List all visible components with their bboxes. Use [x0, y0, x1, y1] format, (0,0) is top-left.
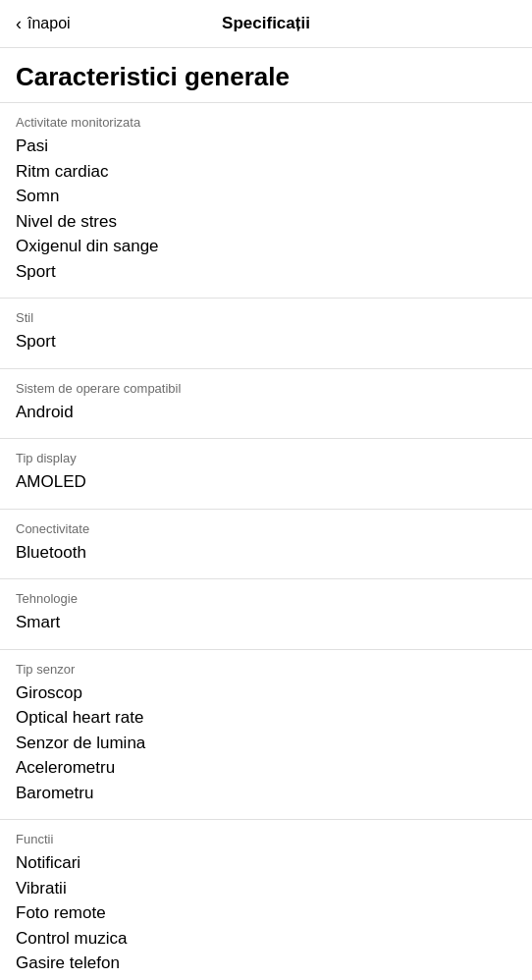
section-functii: FunctiiNotificariVibratiiFoto remoteCont…: [0, 820, 532, 980]
section-value-line: Barometru: [16, 781, 516, 806]
section-value-stil: Sport: [16, 329, 516, 354]
back-chevron-icon: ‹: [16, 15, 22, 32]
section-value-senzor: GiroscopOptical heart rateSenzor de lumi…: [16, 681, 516, 806]
back-button[interactable]: ‹ înapoi: [16, 15, 71, 32]
section-value-tehnologie: Smart: [16, 610, 516, 635]
section-value-activitate: PasiRitm cardiacSomnNivel de stresOxigen…: [16, 134, 516, 284]
section-value-line: Bluetooth: [16, 540, 516, 566]
section-label-senzor: Tip senzor: [16, 662, 516, 677]
section-label-stil: Stil: [16, 310, 516, 325]
section-label-sistem: Sistem de operare compatibil: [16, 381, 516, 396]
section-stil: StilSport: [0, 299, 532, 369]
section-value-conectivitate: Bluetooth: [16, 540, 516, 566]
section-activitate: Activitate monitorizataPasiRitm cardiacS…: [0, 103, 532, 299]
section-value-line: Giroscop: [16, 681, 516, 706]
section-value-line: Foto remote: [16, 900, 516, 926]
section-value-functii: NotificariVibratiiFoto remoteControl muz…: [16, 850, 516, 980]
section-display: Tip displayAMOLED: [0, 439, 532, 510]
section-label-functii: Functii: [16, 832, 516, 846]
section-value-line: Somn: [16, 184, 516, 209]
section-value-line: Optical heart rate: [16, 705, 516, 731]
section-value-line: Notificari: [16, 850, 516, 876]
section-tehnologie: TehnologieSmart: [0, 579, 532, 650]
sections-container: Activitate monitorizataPasiRitm cardiacS…: [0, 103, 532, 980]
section-value-line: Ritm cardiac: [16, 159, 516, 185]
section-value-sistem: Android: [16, 400, 516, 425]
section-value-line: Nivel de stres: [16, 209, 516, 235]
section-value-line: Pasi: [16, 134, 516, 159]
section-value-line: Sport: [16, 329, 516, 354]
section-value-line: Rezistent la apa IP68: [16, 976, 516, 981]
section-value-line: Gasire telefon: [16, 951, 516, 976]
section-value-line: Acelerometru: [16, 755, 516, 781]
nav-title: Specificații: [222, 14, 310, 33]
page-title: Caracteristici generale: [0, 48, 532, 103]
section-value-line: Sport: [16, 259, 516, 285]
section-value-line: Android: [16, 400, 516, 425]
section-label-activitate: Activitate monitorizata: [16, 115, 516, 130]
section-value-line: Oxigenul din sange: [16, 234, 516, 259]
section-value-line: Control muzica: [16, 926, 516, 952]
section-value-line: Vibratii: [16, 876, 516, 901]
section-value-line: Smart: [16, 610, 516, 635]
section-label-display: Tip display: [16, 451, 516, 465]
section-value-line: AMOLED: [16, 469, 516, 495]
section-label-tehnologie: Tehnologie: [16, 591, 516, 606]
section-label-conectivitate: Conectivitate: [16, 521, 516, 536]
nav-bar: ‹ înapoi Specificații: [0, 0, 532, 48]
section-senzor: Tip senzorGiroscopOptical heart rateSenz…: [0, 650, 532, 821]
section-conectivitate: ConectivitateBluetooth: [0, 510, 532, 580]
section-value-display: AMOLED: [16, 469, 516, 495]
section-value-line: Senzor de lumina: [16, 731, 516, 756]
section-sistem: Sistem de operare compatibilAndroid: [0, 369, 532, 440]
back-label: înapoi: [27, 15, 71, 32]
